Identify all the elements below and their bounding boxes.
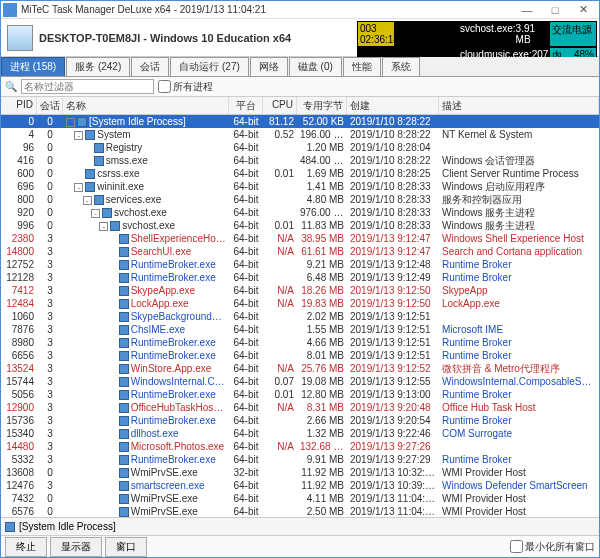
col-session[interactable]: 会话: [37, 97, 63, 114]
col-memory[interactable]: 专用字节: [297, 97, 347, 114]
app-icon: [3, 3, 17, 17]
col-name[interactable]: 名称: [63, 97, 229, 114]
window-button[interactable]: 窗口: [105, 537, 147, 557]
process-icon: [119, 364, 129, 374]
tab[interactable]: 性能: [343, 57, 381, 76]
uptime-cell: 003 02:36:18: [357, 21, 395, 47]
process-row[interactable]: 50563 RuntimeBroker.exe64-bit0.0112.80 M…: [1, 388, 599, 401]
process-row[interactable]: 89803 RuntimeBroker.exe64-bit4.66 MB2019…: [1, 336, 599, 349]
minimize-button[interactable]: —: [513, 2, 541, 18]
terminate-button[interactable]: 终止: [5, 537, 47, 557]
tab[interactable]: 进程 (158): [1, 57, 65, 76]
process-row[interactable]: 23803 ShellExperienceHost.exe64-bitN/A38…: [1, 232, 599, 245]
process-icon: [85, 130, 95, 140]
col-platform[interactable]: 平台: [229, 97, 263, 114]
process-row[interactable]: 157443 WindowsInternal.ComposableShell.E…: [1, 375, 599, 388]
tab[interactable]: 磁盘 (0): [289, 57, 342, 76]
process-row[interactable]: 136080 WmiPrvSE.exe32-bit11.92 MB2019/1/…: [1, 466, 599, 479]
process-row[interactable]: 9200 -svchost.exe64-bit976.00 KB2019/1/1…: [1, 206, 599, 219]
process-row[interactable]: 127523 RuntimeBroker.exe64-bit9.21 MB201…: [1, 258, 599, 271]
process-row[interactable]: 124843 LockApp.exe64-bitN/A19.83 MB2019/…: [1, 297, 599, 310]
tab[interactable]: 会话: [131, 57, 169, 76]
status-icon: [5, 522, 15, 532]
close-button[interactable]: ✕: [569, 2, 597, 18]
process-row[interactable]: 153403 dllhost.exe64-bit1.32 MB2019/1/13…: [1, 427, 599, 440]
process-row[interactable]: 157363 RuntimeBroker.exe64-bit2.66 MB201…: [1, 414, 599, 427]
col-cpu[interactable]: CPU: [263, 97, 297, 114]
process-icon: [77, 117, 87, 127]
name-filter-input[interactable]: [21, 79, 154, 94]
process-row[interactable]: 74123 SkypeApp.exe64-bitN/A18.26 MB2019/…: [1, 284, 599, 297]
expand-icon[interactable]: -: [74, 131, 83, 140]
maximize-button[interactable]: □: [541, 2, 569, 18]
process-row[interactable]: 135243 WinStore.App.exe64-bitN/A25.76 MB…: [1, 362, 599, 375]
power-cell: 交流电源: [549, 21, 597, 47]
process-icon: [119, 403, 129, 413]
process-icon: [119, 442, 129, 452]
tab[interactable]: 系统: [382, 57, 420, 76]
process-row[interactable]: 129003 OfficeHubTaskHost.exe64-bitN/A8.3…: [1, 401, 599, 414]
status-bar: [System Idle Process]: [1, 517, 599, 535]
process-row[interactable]: 40 -System64-bit0.52196.00 KB2019/1/10 8…: [1, 128, 599, 141]
process-icon: [94, 143, 104, 153]
status-process: [System Idle Process]: [19, 521, 116, 532]
expand-icon[interactable]: -: [74, 183, 83, 192]
process-icon: [119, 390, 129, 400]
host-info: DESKTOP-T0EM8JI - Windows 10 Education x…: [39, 32, 291, 44]
process-row[interactable]: 74320 WmiPrvSE.exe64-bit4.11 MB2019/1/13…: [1, 492, 599, 505]
tab[interactable]: 网络: [250, 57, 288, 76]
titlebar[interactable]: MiTeC Task Manager DeLuxe x64 - 2019/1/1…: [1, 1, 599, 19]
col-description[interactable]: 描述: [439, 97, 599, 114]
process-icon: [119, 351, 129, 361]
minimize-all-checkbox[interactable]: 最小化所有窗口: [510, 540, 595, 554]
empty-cell: [395, 21, 457, 47]
process-icon: [119, 234, 129, 244]
tab[interactable]: 自动运行 (27): [170, 57, 249, 76]
col-pid[interactable]: PID: [1, 97, 37, 114]
monitor-button[interactable]: 显示器: [50, 537, 102, 557]
process-row[interactable]: 8000 -services.exe64-bit4.80 MB2019/1/10…: [1, 193, 599, 206]
process-icon: [119, 286, 129, 296]
process-icon: [119, 416, 129, 426]
footer-bar: 终止 显示器 窗口 最小化所有窗口: [1, 535, 599, 557]
process-row[interactable]: 4160 smss.exe64-bit484.00 KB2019/1/10 8:…: [1, 154, 599, 167]
filter-icon: 🔍: [5, 81, 17, 92]
process-icon: [119, 325, 129, 335]
process-row[interactable]: 65760 WmiPrvSE.exe64-bit2.50 MB2019/1/13…: [1, 505, 599, 517]
process-row[interactable]: 00-[System Idle Process]64-bit81.1252.00…: [1, 115, 599, 128]
process-row[interactable]: 121283 RuntimeBroker.exe64-bit6.48 MB201…: [1, 271, 599, 284]
monitor-icon: [7, 25, 33, 51]
tab[interactable]: 服务 (242): [66, 57, 130, 76]
expand-icon[interactable]: -: [91, 209, 100, 218]
expand-icon[interactable]: -: [83, 196, 92, 205]
info-header: DESKTOP-T0EM8JI - Windows 10 Education x…: [1, 19, 599, 57]
process-icon: [94, 195, 104, 205]
process-icon: [110, 221, 120, 231]
process-icon: [119, 468, 129, 478]
process-icon: [119, 299, 129, 309]
process-row[interactable]: 960 Registry64-bit1.20 MB2019/1/10 8:28:…: [1, 141, 599, 154]
process-row[interactable]: 6000 csrss.exe64-bit0.011.69 MB2019/1/10…: [1, 167, 599, 180]
process-row[interactable]: 148003 SearchUI.exe64-bitN/A61.61 MB2019…: [1, 245, 599, 258]
process-icon: [102, 208, 112, 218]
all-processes-checkbox[interactable]: 所有进程: [158, 80, 213, 94]
process-row[interactable]: 9960 -svchost.exe64-bit0.0111.83 MB2019/…: [1, 219, 599, 232]
tab-bar: 进程 (158)服务 (242)会话自动运行 (27)网络磁盘 (0)性能系统: [1, 57, 599, 77]
filter-bar: 🔍 所有进程: [1, 77, 599, 97]
process-icon: [119, 377, 129, 387]
process-icon: [119, 481, 129, 491]
process-row[interactable]: 66563 RuntimeBroker.exe64-bit8.01 MB2019…: [1, 349, 599, 362]
svc-cell: svchost.exe:3.91 MB: [457, 21, 549, 47]
process-row[interactable]: 10603 SkypeBackgroundHost.exe64-bit2.02 …: [1, 310, 599, 323]
col-created[interactable]: 创建: [347, 97, 439, 114]
process-row[interactable]: 53323 RuntimeBroker.exe64-bit9.91 MB2019…: [1, 453, 599, 466]
process-row[interactable]: 144803 Microsoft.Photos.exe64-bitN/A132.…: [1, 440, 599, 453]
process-list[interactable]: 00-[System Idle Process]64-bit81.1252.00…: [1, 115, 599, 517]
process-row[interactable]: 124763 smartscreen.exe64-bit11.92 MB2019…: [1, 479, 599, 492]
column-headers: PID 会话 名称 平台 CPU 专用字节 创建 描述: [1, 97, 599, 115]
process-icon: [119, 247, 129, 257]
process-row[interactable]: 78763 ChsIME.exe64-bit1.55 MB2019/1/13 9…: [1, 323, 599, 336]
process-row[interactable]: 6960 -wininit.exe64-bit1.41 MB2019/1/10 …: [1, 180, 599, 193]
expand-icon[interactable]: -: [99, 222, 108, 231]
expand-icon[interactable]: -: [66, 118, 75, 127]
